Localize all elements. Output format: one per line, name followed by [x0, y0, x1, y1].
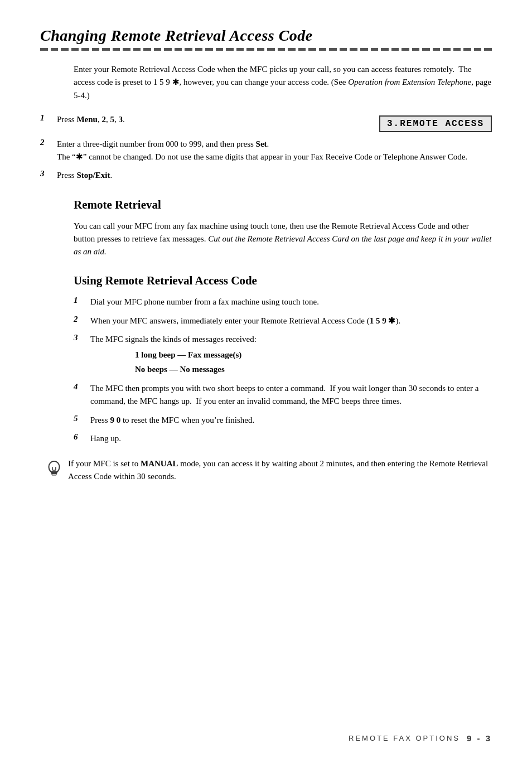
using-step-2: 2 When your MFC answers, immediately ent… — [74, 315, 492, 327]
step-3-content: Press Stop/Exit. — [57, 169, 492, 182]
using-step-number-5: 5 — [74, 414, 90, 423]
remote-retrieval-body: You can call your MFC from any fax machi… — [74, 220, 492, 259]
intro-paragraph: Enter your Remote Retrieval Access Code … — [74, 63, 492, 102]
using-step-number-1: 1 — [74, 296, 90, 305]
tip-icon — [40, 457, 68, 482]
tip-content: If your MFC is set to MANUAL mode, you c… — [68, 457, 492, 484]
using-section-title: Using Remote Retrieval Access Code — [74, 274, 492, 288]
step-number-1: 1 — [40, 113, 57, 123]
using-step-number-4: 4 — [74, 382, 90, 392]
footer-page-number: 9 - 3 — [467, 733, 492, 743]
footer-label: REMOTE FAX OPTIONS — [349, 734, 460, 742]
using-step-number-6: 6 — [74, 432, 90, 442]
using-step-1: 1 Dial your MFC phone number from a fax … — [74, 296, 492, 308]
using-step-number-3: 3 — [74, 333, 90, 342]
title-underline — [40, 48, 492, 51]
using-step-5-content: Press 9 0 to reset the MFC when you’re f… — [90, 414, 492, 427]
step-1-lcd-area: 3.REMOTE ACCESS — [336, 113, 492, 132]
step-2-content: Enter a three-digit number from 000 to 9… — [57, 138, 492, 164]
page-title: Changing Remote Retrieval Access Code — [40, 27, 492, 45]
using-step-3: 3 The MFC signals the kinds of messages … — [74, 333, 492, 376]
lcd-display: 3.REMOTE ACCESS — [379, 115, 492, 132]
using-step-4-content: The MFC then prompts you with two short … — [90, 382, 492, 408]
step-1-left: 1 Press Menu, 2, 5, 3. — [40, 113, 336, 132]
using-step-5: 5 Press 9 0 to reset the MFC when you’re… — [74, 414, 492, 427]
step-number-2: 2 — [40, 138, 57, 147]
page-footer: REMOTE FAX OPTIONS 9 - 3 — [40, 733, 492, 743]
using-step-6: 6 Hang up. — [74, 432, 492, 445]
step-2: 2 Enter a three-digit number from 000 to… — [40, 138, 492, 164]
using-step-3-content: The MFC signals the kinds of messages re… — [90, 333, 492, 376]
using-steps: 1 Dial your MFC phone number from a fax … — [74, 296, 492, 445]
using-step-1-content: Dial your MFC phone number from a fax ma… — [90, 296, 492, 308]
lightbulb-icon — [45, 460, 64, 482]
tip-row: If your MFC is set to MANUAL mode, you c… — [40, 457, 492, 484]
beep-1: 1 long beep — Fax message(s) — [135, 348, 492, 363]
step-1: 1 Press Menu, 2, 5, 3. — [40, 113, 336, 126]
beep-2: No beeps — No messages — [135, 363, 492, 377]
beep-list: 1 long beep — Fax message(s) No beeps — … — [135, 348, 492, 376]
using-step-2-content: When your MFC answers, immediately enter… — [90, 315, 492, 327]
step-1-content: Press Menu, 2, 5, 3. — [57, 113, 336, 126]
remote-retrieval-title: Remote Retrieval — [74, 198, 492, 212]
using-step-number-2: 2 — [74, 315, 90, 324]
step-3: 3 Press Stop/Exit. — [40, 169, 492, 182]
using-step-6-content: Hang up. — [90, 432, 492, 445]
using-step-4: 4 The MFC then prompts you with two shor… — [74, 382, 492, 408]
step-1-row: 1 Press Menu, 2, 5, 3. 3.REMOTE ACCESS — [40, 113, 492, 132]
step-number-3: 3 — [40, 169, 57, 178]
svg-point-0 — [49, 461, 59, 473]
steps-section-1: 1 Press Menu, 2, 5, 3. 3.REMOTE ACCESS 2… — [40, 113, 492, 182]
